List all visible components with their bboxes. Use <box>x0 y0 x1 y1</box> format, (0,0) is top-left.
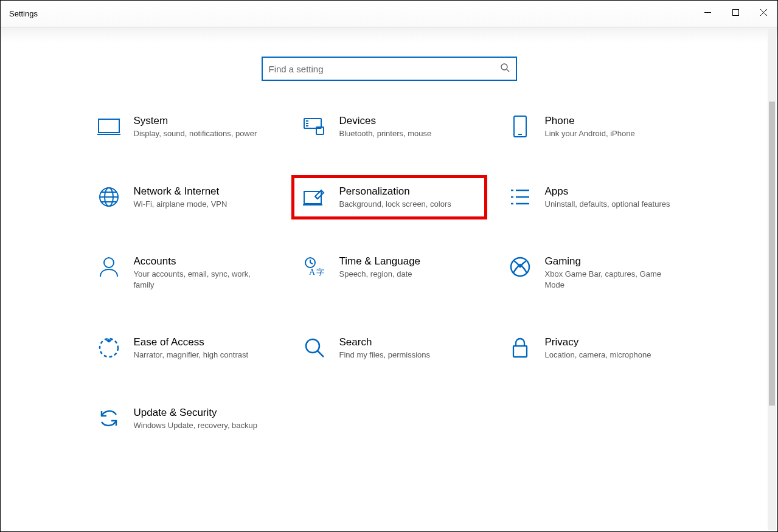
maximize-button[interactable] <box>721 1 749 24</box>
svg-text:A: A <box>309 268 316 277</box>
svg-point-30 <box>104 258 114 268</box>
category-title: Search <box>339 336 476 348</box>
category-title: Network & Internet <box>134 185 270 198</box>
category-system[interactable]: System Display, sound, notifications, po… <box>92 111 275 143</box>
magnifier-icon <box>303 336 326 359</box>
scrollbar[interactable] <box>768 29 776 530</box>
category-desc: Find my files, permissions <box>339 350 476 361</box>
ease-of-access-icon <box>97 336 120 359</box>
category-desc: Speech, region, date <box>339 269 476 280</box>
svg-line-39 <box>318 351 324 357</box>
window-title: Settings <box>9 9 38 18</box>
category-desc: Uninstall, defaults, optional features <box>545 199 681 210</box>
close-button[interactable] <box>749 1 777 24</box>
devices-icon <box>303 115 326 138</box>
category-desc: Wi-Fi, airplane mode, VPN <box>134 199 270 210</box>
category-devices[interactable]: Devices Bluetooth, printers, mouse <box>298 111 481 143</box>
category-title: Ease of Access <box>134 336 270 348</box>
category-title: Update & Security <box>134 407 270 419</box>
header-shadow <box>1 27 777 42</box>
window-controls <box>693 1 777 27</box>
apps-icon <box>509 185 532 209</box>
category-title: Apps <box>545 185 681 198</box>
svg-rect-6 <box>99 119 119 133</box>
category-title: Time & Language <box>339 255 476 268</box>
svg-rect-14 <box>514 116 526 137</box>
category-desc: Narrator, magnifier, high contrast <box>134 350 270 361</box>
scrollbar-thumb[interactable] <box>769 102 775 406</box>
time-language-icon: A字 <box>303 255 326 278</box>
title-bar: Settings <box>1 1 777 27</box>
minimize-button[interactable] <box>693 1 721 24</box>
search-container <box>1 57 777 81</box>
category-gaming[interactable]: Gaming Xbox Game Bar, captures, Game Mod… <box>504 252 686 294</box>
category-title: Devices <box>339 115 476 127</box>
category-desc: Link your Android, iPhone <box>545 128 681 139</box>
category-phone[interactable]: Phone Link your Android, iPhone <box>504 111 686 143</box>
sync-icon <box>97 407 120 430</box>
svg-text:字: 字 <box>316 268 324 277</box>
category-desc: Location, camera, microphone <box>545 350 681 361</box>
svg-point-38 <box>306 339 319 353</box>
category-title: Gaming <box>545 255 681 268</box>
search-icon <box>500 63 510 75</box>
personalization-icon <box>303 185 326 209</box>
search-box[interactable] <box>262 57 517 81</box>
category-desc: Windows Update, recovery, backup <box>134 420 270 431</box>
svg-line-23 <box>315 196 318 199</box>
svg-rect-1 <box>732 9 738 15</box>
system-icon <box>97 115 120 138</box>
svg-rect-40 <box>513 346 527 357</box>
search-input[interactable] <box>269 64 500 74</box>
category-update-security[interactable]: Update & Security Windows Update, recove… <box>92 403 275 435</box>
phone-icon <box>509 115 532 138</box>
category-title: Phone <box>545 115 681 127</box>
category-accounts[interactable]: Accounts Your accounts, email, sync, wor… <box>92 252 275 294</box>
category-desc: Display, sound, notifications, power <box>134 128 270 139</box>
category-search[interactable]: Search Find my files, permissions <box>298 333 481 364</box>
category-grid: System Display, sound, notifications, po… <box>1 111 777 434</box>
globe-icon <box>97 185 120 209</box>
category-personalization[interactable]: Personalization Background, lock screen,… <box>298 182 481 213</box>
category-desc: Xbox Game Bar, captures, Game Mode <box>545 269 681 290</box>
xbox-icon <box>509 255 532 278</box>
category-desc: Background, lock screen, colors <box>339 199 476 210</box>
lock-icon <box>509 336 532 359</box>
category-apps[interactable]: Apps Uninstall, defaults, optional featu… <box>504 182 686 213</box>
category-network[interactable]: Network & Internet Wi-Fi, airplane mode,… <box>92 182 275 213</box>
category-privacy[interactable]: Privacy Location, camera, microphone <box>504 333 686 364</box>
svg-line-5 <box>507 69 509 72</box>
svg-point-4 <box>501 64 507 70</box>
category-title: Personalization <box>339 185 476 198</box>
category-desc: Bluetooth, printers, mouse <box>339 128 476 139</box>
category-title: Accounts <box>134 255 270 268</box>
person-icon <box>97 255 120 278</box>
category-time-language[interactable]: A字 Time & Language Speech, region, date <box>298 252 481 294</box>
category-desc: Your accounts, email, sync, work, family <box>134 269 270 290</box>
category-ease-of-access[interactable]: Ease of Access Narrator, magnifier, high… <box>92 333 275 364</box>
category-title: System <box>134 115 270 127</box>
svg-line-33 <box>310 263 313 264</box>
category-title: Privacy <box>545 336 681 348</box>
